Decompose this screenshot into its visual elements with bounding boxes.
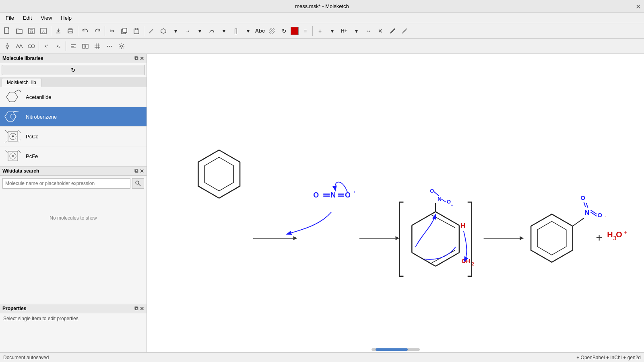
list-item[interactable]: PcCo bbox=[0, 127, 147, 146]
ring-tool[interactable] bbox=[158, 25, 169, 37]
status-right: + OpenBabel + InChI + gen2d bbox=[576, 355, 641, 360]
redo-button[interactable] bbox=[92, 25, 103, 37]
wikidata-search-panel: Wikidata search ⧉ ✕ No molecules to show bbox=[0, 167, 147, 304]
title-bar: mess.msk* - Molsketch ✕ bbox=[0, 0, 644, 13]
export-button[interactable] bbox=[53, 25, 64, 37]
mol-libraries-title: Molecule libraries bbox=[2, 56, 43, 61]
tab-molsketch-lib[interactable]: Molsketch_lib bbox=[2, 78, 41, 87]
svg-text:O: O bbox=[447, 199, 451, 205]
drawing-canvas[interactable]: O N O + bbox=[147, 54, 644, 352]
flip-h-button[interactable]: ↔ bbox=[363, 25, 374, 37]
svg-text:A: A bbox=[42, 30, 45, 33]
hatch-tool[interactable] bbox=[266, 25, 278, 37]
subscript-tool[interactable]: x₂ bbox=[53, 41, 64, 52]
menu-help[interactable]: Help bbox=[57, 14, 76, 22]
rotate-tool[interactable]: ↻ bbox=[279, 25, 290, 37]
properties-close-button[interactable]: ✕ bbox=[140, 306, 144, 312]
status-left: Document autosaved bbox=[3, 355, 49, 360]
mol-thumb-acetanilide: O bbox=[3, 89, 23, 105]
ring-dropdown[interactable]: ▾ bbox=[170, 25, 181, 37]
menu-bar: File Edit View Help bbox=[0, 13, 644, 23]
toolbar-separator-3 bbox=[105, 26, 105, 36]
draw-tool[interactable] bbox=[146, 25, 157, 37]
reaction-drawing: O N O + bbox=[147, 54, 644, 352]
svg-text:+: + bbox=[596, 231, 602, 244]
atom-tool[interactable] bbox=[2, 41, 13, 52]
svg-point-34 bbox=[121, 45, 123, 47]
curved-arrow-dropdown[interactable]: ▾ bbox=[218, 25, 229, 37]
svg-line-36 bbox=[14, 90, 19, 92]
cut-button[interactable]: ✂ bbox=[107, 25, 118, 37]
svg-text:H: H bbox=[607, 230, 613, 239]
search-input[interactable] bbox=[2, 178, 130, 189]
arrow-tool[interactable]: → bbox=[182, 25, 193, 37]
color-picker[interactable] bbox=[291, 27, 299, 35]
svg-point-44 bbox=[12, 136, 14, 138]
svg-line-53 bbox=[18, 150, 21, 153]
search-button[interactable] bbox=[132, 178, 144, 189]
status-bar: Document autosaved + OpenBabel + InChI +… bbox=[0, 352, 644, 362]
svg-marker-59 bbox=[293, 236, 297, 240]
h-dropdown[interactable]: ▾ bbox=[351, 25, 362, 37]
chain-tool[interactable] bbox=[14, 41, 25, 52]
toolbar-separator-4 bbox=[144, 26, 144, 36]
close-tool[interactable]: ✕ bbox=[375, 25, 386, 37]
bracket-dropdown[interactable]: ▾ bbox=[242, 25, 254, 37]
wikidata-title: Wikidata search bbox=[2, 168, 39, 174]
properties-title: Properties bbox=[2, 306, 26, 311]
svg-rect-11 bbox=[135, 28, 138, 30]
zoom-dropdown[interactable]: ▾ bbox=[326, 25, 338, 37]
mol-libraries-header: Molecule libraries ⧉ ✕ bbox=[0, 54, 147, 63]
mol-libraries-float-button[interactable]: ⧉ bbox=[134, 55, 138, 62]
group-tool[interactable] bbox=[80, 41, 91, 52]
wikidata-float-button[interactable]: ⧉ bbox=[134, 168, 138, 174]
svg-text:2: 2 bbox=[472, 261, 474, 266]
refresh-button[interactable]: ↻ bbox=[2, 65, 145, 75]
svg-rect-7 bbox=[69, 31, 72, 33]
scroll-thumb bbox=[376, 348, 408, 351]
print-button[interactable] bbox=[65, 25, 76, 37]
save-as-button[interactable]: A bbox=[38, 25, 49, 37]
new-button[interactable] bbox=[2, 25, 13, 37]
left-panel: Molecule libraries ⧉ ✕ ↻ Molsketch_lib bbox=[0, 54, 147, 352]
align-left-tool[interactable] bbox=[68, 41, 79, 52]
grid-tool[interactable] bbox=[92, 41, 103, 52]
properties-float-button[interactable]: ⧉ bbox=[134, 305, 138, 312]
svg-rect-3 bbox=[30, 31, 33, 33]
svg-line-97 bbox=[584, 202, 586, 207]
bond-up-tool[interactable] bbox=[387, 25, 398, 37]
zoom-in-button[interactable]: + bbox=[314, 25, 326, 37]
h-button[interactable]: H+ bbox=[339, 25, 350, 37]
text-tool[interactable]: Abc bbox=[254, 25, 266, 37]
copy-button[interactable] bbox=[119, 25, 130, 37]
lines-tool[interactable]: ≡ bbox=[299, 25, 311, 37]
list-item[interactable]: PcFe bbox=[0, 146, 147, 166]
bond-down-tool[interactable] bbox=[399, 25, 410, 37]
arrow-dropdown[interactable]: ▾ bbox=[194, 25, 205, 37]
paste-button[interactable] bbox=[131, 25, 142, 37]
mol-libraries-close-button[interactable]: ✕ bbox=[140, 56, 144, 62]
more-tool[interactable]: ⋯ bbox=[104, 41, 115, 52]
wikidata-close-button[interactable]: ✕ bbox=[140, 168, 144, 174]
scroll-indicator[interactable] bbox=[372, 348, 420, 351]
list-item[interactable]: Nitrobenzene bbox=[0, 107, 147, 127]
list-item[interactable]: O Acetanilide bbox=[0, 87, 147, 107]
menu-view[interactable]: View bbox=[37, 14, 56, 22]
undo-button[interactable] bbox=[80, 25, 91, 37]
svg-point-54 bbox=[136, 181, 139, 184]
svg-text:+: + bbox=[451, 203, 453, 208]
properties-hint: Select single item to edit properties bbox=[0, 313, 147, 324]
menu-file[interactable]: File bbox=[2, 14, 18, 22]
curved-arrow-tool[interactable] bbox=[206, 25, 217, 37]
mol-thumb-pcco bbox=[3, 128, 23, 144]
settings-tool[interactable] bbox=[116, 41, 127, 52]
open-button[interactable] bbox=[14, 25, 25, 37]
svg-line-92 bbox=[573, 218, 584, 226]
menu-edit[interactable]: Edit bbox=[19, 14, 36, 22]
svg-point-41 bbox=[10, 114, 16, 119]
superscript-tool[interactable]: x² bbox=[41, 41, 52, 52]
close-button[interactable]: ✕ bbox=[636, 2, 641, 10]
save-button[interactable] bbox=[26, 25, 37, 37]
bracket-tool[interactable]: [] bbox=[230, 25, 242, 37]
merge-tool[interactable] bbox=[26, 41, 37, 52]
